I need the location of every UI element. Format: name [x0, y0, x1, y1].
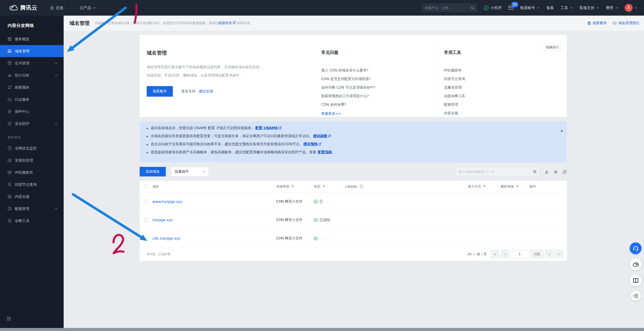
eye-icon — [612, 22, 617, 25]
sidebar: 内容分发网络 服务概览 域名管理 证书管理 统计分析 刷新预热 日志服务 — [0, 16, 64, 328]
add-domain-button[interactable]: 添加域名 — [140, 167, 166, 176]
tool-link[interactable]: 内容合规 — [444, 111, 545, 120]
sidebar-item-quota-management[interactable]: 配额管理 — [0, 203, 64, 215]
tool-link[interactable]: 流量包管理 — [444, 85, 545, 94]
sidebar-item-label: 全网状态监控 — [15, 146, 37, 151]
sidebar-item-domain-management[interactable]: 域名管理 — [0, 45, 64, 57]
filter-funnel-icon[interactable] — [516, 185, 519, 188]
account-menu[interactable]: 天 — [625, 4, 637, 12]
gear-icon[interactable] — [554, 170, 558, 174]
select-all-checkbox[interactable] — [144, 185, 148, 189]
sidebar-collapse-button[interactable] — [7, 317, 11, 321]
sidebar-item-ip-lookup[interactable]: IP归属查询 — [0, 166, 64, 178]
last-page-button[interactable] — [555, 250, 563, 258]
feedback-link[interactable]: 建议反馈 — [199, 89, 213, 93]
sidebar-item-label: 回源节点查询 — [15, 182, 37, 187]
nav-products[interactable]: 云产品 — [80, 6, 96, 10]
next-page-button[interactable] — [545, 250, 553, 258]
filter-funnel-icon[interactable] — [291, 185, 294, 188]
page-size-select[interactable]: 20 条 / 页 — [467, 252, 487, 256]
sidebar-item-origin-node-lookup[interactable]: 回源节点查询 — [0, 178, 64, 191]
sidebar-item-content-compliance[interactable]: 内容合规 — [0, 191, 64, 203]
faq-item[interactable]: CDN 如何收费? — [321, 102, 432, 111]
sidebar-item-network-status[interactable]: 全网状态监控 — [0, 142, 64, 154]
sidebar-item-resource-package[interactable]: 资源包管理 — [0, 154, 64, 166]
refresh-icon[interactable] — [563, 170, 567, 174]
sidebar-item-diagnostic-tools[interactable]: 诊断工具 — [0, 215, 64, 227]
domain-link[interactable]: cdn.tianjige.xyz — [152, 236, 180, 240]
notice-collapse-button[interactable] — [560, 128, 563, 133]
table-row: www.tianjige.xyz CDN 网页小文件 已启动 — [140, 193, 567, 211]
caret-down-icon — [203, 170, 206, 173]
hide-guide-button[interactable]: 隐藏指引 — [544, 44, 561, 51]
tencent-cloud-logo[interactable]: 腾讯云 — [9, 4, 37, 12]
faq-item[interactable]: 接入 CDN 的域名有什么要求? — [321, 68, 432, 77]
chevron-down-icon — [55, 74, 58, 77]
domain-table: 域名 加速类型 状态 CNAME 接入方式 — [140, 181, 567, 261]
status-label: 已启动 — [319, 218, 330, 222]
domain-link[interactable]: tianjige.xyz — [152, 218, 173, 222]
nav-messages[interactable]: 55 — [508, 5, 513, 10]
scene-tutorial-button[interactable]: 场景教学 — [147, 86, 173, 97]
row-checkbox[interactable] — [144, 236, 148, 240]
sidebar-item-label: 日志服务 — [15, 97, 29, 102]
global-search-input[interactable] — [422, 4, 477, 12]
row-checkbox[interactable] — [144, 218, 148, 222]
sidebar-item-service-overview[interactable]: 服务概览 — [0, 33, 64, 45]
tool-link[interactable]: IP归属查询 — [444, 68, 545, 77]
bottom-scrollbar-strip[interactable] — [0, 328, 644, 331]
configure-cname-link[interactable]: 配置 CNAME — [255, 126, 278, 130]
sidebar-item-certificate-management[interactable]: 证书管理 — [0, 57, 64, 69]
quota-management-link[interactable]: 配额管理 — [219, 21, 232, 25]
nav-beian-label: 备案 — [546, 6, 554, 10]
feedback-list-button[interactable] — [631, 291, 641, 301]
column-header-domain: 域名 — [152, 184, 159, 189]
sidebar-item-plugin-center[interactable]: 插件中心 — [0, 105, 64, 118]
faq-item[interactable]: CDN 是否支持配置分区域回源? — [321, 77, 432, 85]
prev-page-button[interactable] — [501, 250, 509, 258]
nav-billing[interactable]: 费用 — [606, 6, 618, 10]
sidebar-item-security[interactable]: 安全防护 — [0, 118, 64, 130]
faq-item[interactable]: 如何判断 CDN 节点是否缓存命中? — [321, 85, 432, 94]
tool-link[interactable]: 回源节点查询 — [444, 77, 545, 85]
chevron-down-icon — [55, 207, 58, 210]
download-icon[interactable] — [545, 170, 549, 174]
tool-link[interactable]: 自助诊断工具 — [444, 94, 545, 102]
domain-filter-input[interactable] — [456, 168, 539, 176]
nav-tools[interactable]: 工具 — [560, 6, 573, 10]
filter-funnel-icon[interactable] — [483, 185, 486, 188]
notice-suffix: 。 — [332, 150, 335, 154]
domain-link[interactable]: www.tianjige.xyz — [152, 200, 182, 204]
faq-item[interactable]: 刷新和预热的工作原理是什么? — [321, 94, 432, 102]
first-page-icon — [494, 253, 497, 256]
notifications-button[interactable] — [630, 259, 641, 270]
sidebar-item-label: 安全防护 — [15, 121, 29, 126]
cache-prefetch-link[interactable]: 缓存预热 — [303, 142, 317, 146]
main-content: 域名管理 当前账户已添加域名3项，剩余可添加数为97。如需提升可添加域名数量配额… — [64, 16, 644, 331]
documentation-button[interactable] — [630, 275, 641, 286]
cache-purge-link[interactable]: 缓存刷新 — [313, 134, 327, 138]
notice-text: 首次访问由于没有缓存可能导致访问效果不佳，建议您提交预热任务将文件提前缓存在CD… — [151, 142, 303, 146]
customer-service-button[interactable] — [630, 242, 641, 254]
first-page-button[interactable] — [491, 250, 499, 258]
page-number-input[interactable] — [510, 250, 529, 258]
info-icon[interactable] — [360, 185, 363, 188]
nav-mini-program[interactable]: 小程序 — [484, 5, 502, 10]
tool-link[interactable]: 配额管理 — [444, 102, 545, 111]
row-checkbox[interactable] — [144, 200, 148, 204]
sidebar-item-statistics[interactable]: 统计分析 — [0, 69, 64, 81]
nav-beian[interactable]: 备案 — [546, 6, 554, 10]
filter-funnel-icon[interactable] — [323, 185, 326, 188]
search-icon[interactable] — [470, 6, 474, 10]
batch-operation-dropdown[interactable]: 批量操作 — [171, 167, 209, 176]
sidebar-item-purge-prefetch[interactable]: 刷新预热 — [0, 81, 64, 93]
nav-overview[interactable]: 总览 — [50, 6, 63, 10]
faq-view-more-link[interactable]: 查看更多>> — [321, 112, 341, 116]
nav-group-account[interactable]: 集团账号 — [520, 6, 540, 10]
search-icon[interactable] — [533, 170, 537, 174]
scene-tutorial-link[interactable]: 场景教学 — [587, 21, 607, 25]
domain-guide-link[interactable]: 域名管理指引 — [612, 21, 639, 25]
sidebar-item-log-service[interactable]: 日志服务 — [0, 93, 64, 105]
config-guide-link[interactable]: 配置指南 — [318, 150, 332, 154]
nav-support[interactable]: 客服支持 — [579, 6, 599, 10]
